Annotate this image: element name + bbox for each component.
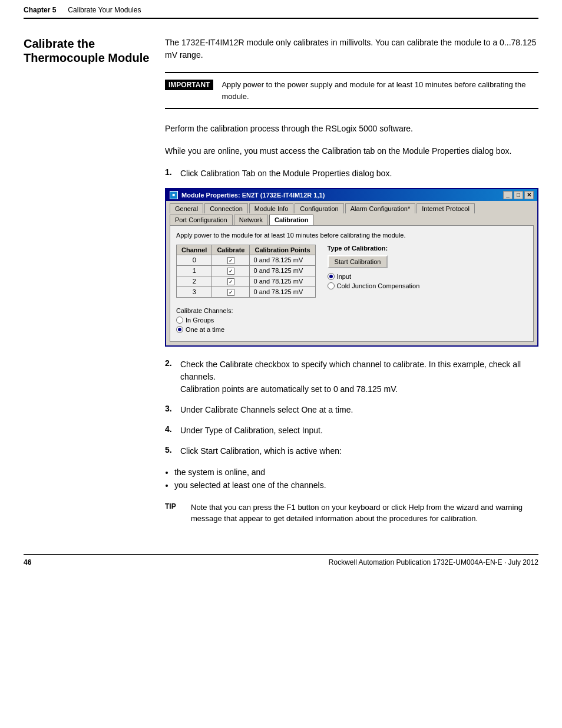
radio-one-at-a-time-row: One at a time [176, 326, 527, 333]
points-2: 0 and 78.125 mV [250, 276, 315, 286]
tab-network[interactable]: Network [234, 215, 268, 225]
radio-input-row: Input [328, 273, 527, 280]
step-1-text: Click Calibration Tab on the Module Prop… [180, 167, 392, 180]
radio-one-at-a-time[interactable] [176, 326, 183, 333]
col-header-channel: Channel [177, 245, 212, 255]
step-4-text: Under Type of Calibration, select Input. [180, 424, 323, 437]
list-item: the system is online, and [174, 466, 538, 479]
start-calibration-button[interactable]: Start Calibration [328, 255, 388, 268]
tip-box: TIP Note that you can press the F1 butto… [165, 502, 538, 525]
channel-section: Channel Calibrate Calibration Points 0 ✓… [176, 245, 527, 298]
calibrate-channels-section: Calibrate Channels: In Groups One at a t… [176, 307, 527, 333]
points-1: 0 and 78.125 mV [250, 265, 315, 276]
tab-general[interactable]: General [170, 203, 203, 213]
points-3: 0 and 78.125 mV [250, 286, 315, 297]
channel-table: Channel Calibrate Calibration Points 0 ✓… [176, 245, 316, 298]
step-3-text: Under Calibrate Channels select One at a… [180, 404, 353, 416]
titlebar-left: ■ Module Properties: EN2T (1732E-IT4IM12… [170, 191, 325, 199]
window-icon: ■ [170, 191, 178, 199]
important-label: IMPORTANT [165, 80, 213, 90]
important-text: Apply power to the power supply and modu… [222, 79, 538, 102]
right-column: The 1732E-IT4IM12R module only calibrate… [165, 37, 538, 525]
bullet-list: the system is online, and you selected a… [174, 466, 538, 492]
intro-text: The 1732E-IT4IM12R module only calibrate… [165, 37, 538, 61]
table-row: 2 ✓ 0 and 78.125 mV [177, 276, 316, 286]
step-3: 3. Under Calibrate Channels select One a… [165, 404, 538, 416]
page-number: 46 [24, 558, 31, 566]
tab-port-configuration[interactable]: Port Configuration [170, 215, 233, 225]
step-1-num: 1. [165, 167, 177, 177]
calibrate-channels-label: Calibrate Channels: [176, 307, 527, 314]
channel-table-wrap: Channel Calibrate Calibration Points 0 ✓… [176, 245, 316, 298]
minimize-button[interactable]: _ [503, 191, 513, 199]
page-footer: 46 Rockwell Automation Publication 1732E… [24, 554, 538, 566]
tip-text: Note that you can press the F1 button on… [191, 502, 538, 525]
restore-button[interactable]: □ [514, 191, 523, 199]
checkbox-3[interactable]: ✓ [227, 289, 234, 296]
dialog-titlebar: ■ Module Properties: EN2T (1732E-IT4IM12… [166, 189, 537, 201]
calibrate-3[interactable]: ✓ [212, 286, 250, 297]
list-item: you selected at least one of the channel… [174, 479, 538, 492]
calibrate-0[interactable]: ✓ [212, 255, 250, 265]
radio-one-at-a-time-label: One at a time [186, 326, 224, 333]
calibration-type-label: Type of Calibration: [328, 245, 527, 252]
content-area: Calibrate the Thermocouple Module The 17… [0, 19, 562, 542]
step-4-num: 4. [165, 424, 177, 434]
tab-connection[interactable]: Connection [204, 203, 248, 213]
body-text-2: While you are online, you must access th… [165, 144, 538, 157]
step-4: 4. Under Type of Calibration, select Inp… [165, 424, 538, 437]
channel-3: 3 [177, 286, 212, 297]
step-1: 1. Click Calibration Tab on the Module P… [165, 167, 538, 180]
tab-internet-protocol[interactable]: Internet Protocol [416, 203, 475, 213]
tab-alarm-configuration[interactable]: Alarm Configuration* [345, 203, 416, 213]
left-column: Calibrate the Thermocouple Module [24, 37, 165, 525]
channel-2: 2 [177, 276, 212, 286]
section-title: Calibrate the Thermocouple Module [24, 37, 153, 65]
table-row: 0 ✓ 0 and 78.125 mV [177, 255, 316, 265]
step-5: 5. Click Start Calibration, which is act… [165, 445, 538, 457]
step-2-num: 2. [165, 358, 177, 368]
page-header: Chapter 5 Calibrate Your Modules [0, 0, 562, 18]
step-2: 2. Check the Calibrate checkbox to speci… [165, 358, 538, 396]
table-row: 3 ✓ 0 and 78.125 mV [177, 286, 316, 297]
col-header-calibrate: Calibrate [212, 245, 250, 255]
titlebar-buttons[interactable]: _ □ ✕ [503, 191, 534, 199]
radio-cold-junction[interactable] [328, 282, 335, 289]
publication-info: Rockwell Automation Publication 1732E-UM… [329, 558, 538, 566]
dialog-window: ■ Module Properties: EN2T (1732E-IT4IM12… [165, 188, 538, 347]
radio-groups-row: In Groups [176, 317, 527, 324]
radio-input-label: Input [337, 273, 351, 280]
tip-label: TIP [165, 502, 183, 510]
table-row: 1 ✓ 0 and 78.125 mV [177, 265, 316, 276]
checkbox-0[interactable]: ✓ [227, 257, 234, 264]
calibrate-2[interactable]: ✓ [212, 276, 250, 286]
channel-0: 0 [177, 255, 212, 265]
radio-groups-label: In Groups [186, 317, 214, 324]
step-5-num: 5. [165, 445, 177, 454]
radio-cold-junction-label: Cold Junction Compensation [337, 282, 420, 289]
chapter-label: Chapter 5 [24, 6, 56, 14]
calibrate-1[interactable]: ✓ [212, 265, 250, 276]
col-header-points: Calibration Points [250, 245, 315, 255]
dialog-content: Apply power to the module for at least 1… [170, 225, 534, 342]
chapter-title: Calibrate Your Modules [68, 6, 141, 14]
radio-cold-junction-row: Cold Junction Compensation [328, 282, 527, 289]
calibration-type-section: Type of Calibration: Start Calibration I… [328, 245, 527, 298]
radio-groups[interactable] [176, 317, 183, 324]
checkbox-1[interactable]: ✓ [227, 268, 234, 275]
checkbox-2[interactable]: ✓ [227, 278, 234, 285]
close-button[interactable]: ✕ [524, 191, 534, 199]
tab-calibration[interactable]: Calibration [269, 215, 313, 225]
body-text-1: Perform the calibration process through … [165, 122, 538, 135]
tab-module-info[interactable]: Module Info [249, 203, 293, 213]
step-2-text: Check the Calibrate checkbox to specify … [180, 358, 538, 396]
step-5-text: Click Start Calibration, which is active… [180, 445, 342, 457]
radio-input[interactable] [328, 273, 335, 280]
step-3-num: 3. [165, 404, 177, 413]
dialog-warning: Apply power to the module for at least 1… [176, 232, 527, 239]
tabs-row: General Connection Module Info Configura… [166, 201, 537, 225]
channel-1: 1 [177, 265, 212, 276]
points-0: 0 and 78.125 mV [250, 255, 315, 265]
dialog-title: Module Properties: EN2T (1732E-IT4IM12R … [181, 192, 325, 199]
tab-configuration[interactable]: Configuration [295, 203, 343, 213]
